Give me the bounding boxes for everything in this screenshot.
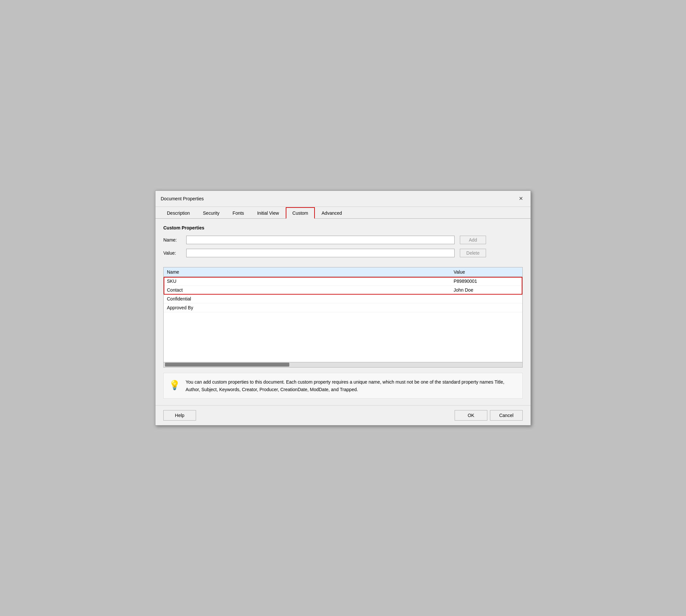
row-value-confidential xyxy=(453,296,519,302)
row-name-approved-by: Approved By xyxy=(167,305,453,310)
row-name-sku: SKU xyxy=(167,279,453,284)
row-value-sku: P89890001 xyxy=(453,279,519,284)
row-name-contact: Contact xyxy=(167,287,453,293)
name-label: Name: xyxy=(163,237,186,243)
document-properties-dialog: Document Properties ✕ Description Securi… xyxy=(155,191,531,426)
main-content: Custom Properties Name: Add Value: Delet… xyxy=(155,219,531,405)
dialog-title: Document Properties xyxy=(161,196,204,201)
row-name-confidential: Confidential xyxy=(167,296,453,302)
info-section: 💡 You can add custom properties to this … xyxy=(163,373,523,399)
help-button[interactable]: Help xyxy=(163,410,196,421)
footer-right: OK Cancel xyxy=(455,410,523,421)
info-text: You can add custom properties to this do… xyxy=(185,378,517,393)
name-row: Name: Add xyxy=(163,236,523,244)
value-row: Value: Delete xyxy=(163,249,523,257)
delete-button[interactable]: Delete xyxy=(460,249,486,257)
highlighted-rows-wrapper: SKU P89890001 Contact John Doe xyxy=(164,277,522,294)
section-title: Custom Properties xyxy=(163,225,523,230)
properties-table: Name Value SKU P89890001 Contact John Do… xyxy=(163,267,523,368)
header-name: Name xyxy=(167,269,453,274)
table-row[interactable]: SKU P89890001 xyxy=(164,277,522,286)
close-button[interactable]: ✕ xyxy=(516,194,525,203)
tab-initial-view[interactable]: Initial View xyxy=(251,207,285,219)
add-action: Add xyxy=(460,236,486,244)
ok-button[interactable]: OK xyxy=(455,410,487,421)
tab-description[interactable]: Description xyxy=(161,207,196,219)
tab-security[interactable]: Security xyxy=(197,207,226,219)
dialog-footer: Help OK Cancel xyxy=(155,405,531,425)
value-label: Value: xyxy=(163,250,186,256)
table-header: Name Value xyxy=(164,267,522,277)
add-button[interactable]: Add xyxy=(460,236,486,244)
value-input[interactable] xyxy=(186,249,455,257)
table-body: SKU P89890001 Contact John Doe Confident… xyxy=(164,277,522,362)
tab-custom[interactable]: Custom xyxy=(286,207,314,219)
tab-bar: Description Security Fonts Initial View … xyxy=(155,207,531,219)
header-value: Value xyxy=(453,269,519,274)
name-input[interactable] xyxy=(186,236,455,244)
cancel-button[interactable]: Cancel xyxy=(490,410,523,421)
horizontal-scrollbar[interactable] xyxy=(164,362,522,367)
table-row[interactable]: Contact John Doe xyxy=(164,286,522,294)
table-row[interactable]: Approved By xyxy=(164,303,522,312)
table-row[interactable]: Confidential xyxy=(164,294,522,303)
delete-action: Delete xyxy=(460,249,486,257)
info-text-content: You can add custom properties to this do… xyxy=(185,379,504,392)
row-value-contact: John Doe xyxy=(453,287,519,293)
tab-fonts[interactable]: Fonts xyxy=(226,207,250,219)
row-value-approved-by xyxy=(453,305,519,310)
lightbulb-icon: 💡 xyxy=(169,380,180,391)
scrollbar-thumb xyxy=(165,362,289,367)
title-bar: Document Properties ✕ xyxy=(155,191,531,207)
tab-advanced[interactable]: Advanced xyxy=(315,207,348,219)
footer-left: Help xyxy=(163,410,196,421)
